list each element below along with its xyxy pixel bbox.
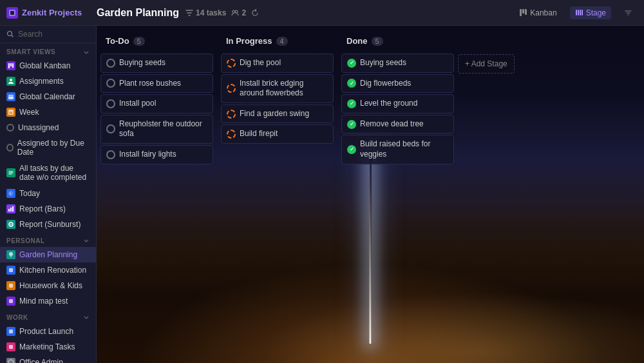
task-card[interactable]: Reupholster the outdoor sofa: [100, 115, 213, 144]
report-bars-label: Report (Bars): [19, 204, 66, 213]
svg-rect-21: [8, 209, 10, 211]
refresh-button[interactable]: [251, 9, 259, 17]
task-card[interactable]: Build firepit: [221, 124, 334, 144]
svg-rect-12: [8, 63, 10, 68]
all-tasks-icon: [6, 168, 15, 177]
housework-label: Housework & Kids: [19, 281, 82, 290]
assigned-icon: [6, 144, 14, 152]
svg-rect-14: [12, 63, 14, 68]
svg-rect-7: [576, 10, 577, 15]
kitchen-icon: [6, 266, 15, 275]
svg-rect-23: [12, 206, 14, 211]
search-bar[interactable]: Search: [0, 26, 96, 43]
sidebar-item-today[interactable]: T Today: [0, 186, 96, 201]
stage-view-button[interactable]: Stage: [570, 6, 611, 19]
work-section[interactable]: WORK: [0, 309, 96, 324]
svg-point-2: [232, 10, 235, 13]
add-stage-label: + Add Stage: [465, 59, 507, 68]
sidebar-item-report-sunburst[interactable]: Report (Sunburst): [0, 217, 96, 232]
topbar-right: Kanban Stage: [514, 6, 638, 19]
svg-point-26: [9, 252, 13, 256]
search-placeholder: Search: [18, 30, 43, 39]
task-text: Install brick edging around flowerbeds: [240, 79, 328, 99]
task-text: Install fairy lights: [119, 150, 176, 160]
sidebar-item-marketing-tasks[interactable]: Marketing Tasks: [0, 339, 96, 355]
marketing-icon: [6, 342, 15, 351]
svg-text:T: T: [10, 191, 12, 195]
kanban-icon: [6, 61, 15, 70]
smart-views-section[interactable]: SMART VIEWS: [0, 43, 96, 58]
task-status-icon: ✓: [347, 145, 356, 154]
task-text: Dig the pool: [240, 58, 281, 68]
svg-rect-27: [9, 268, 13, 272]
task-card[interactable]: ✓ Buying seeds: [341, 54, 454, 73]
sidebar-item-global-calendar[interactable]: Global Calendar: [0, 89, 96, 104]
sidebar-item-garden-planning[interactable]: Garden Planning: [0, 247, 96, 262]
task-card[interactable]: Plant rose bushes: [100, 74, 213, 93]
assignments-label: Assignments: [19, 77, 64, 86]
page-title-area: Garden Planning 14 tasks 2: [97, 7, 514, 19]
header-meta: 14 tasks 2: [185, 8, 259, 17]
sidebar-item-unassigned[interactable]: Unassigned: [0, 120, 96, 135]
office-admin-label: Office Admin: [19, 358, 63, 363]
marketing-label: Marketing Tasks: [19, 342, 75, 351]
personal-section[interactable]: PERSONAL: [0, 232, 96, 247]
filter-button[interactable]: 14 tasks: [185, 8, 226, 17]
sidebar-item-all-tasks-due[interactable]: All tasks by due date w/o completed: [0, 161, 96, 186]
task-text: Level the ground: [360, 99, 417, 109]
task-status-icon: [106, 124, 115, 133]
svg-rect-22: [10, 208, 12, 211]
task-card[interactable]: Buying seeds: [100, 54, 213, 73]
sidebar-item-kitchen-renovation[interactable]: Kitchen Renovation: [0, 262, 96, 278]
sidebar-item-week[interactable]: W Week: [0, 104, 96, 120]
work-label: WORK: [6, 314, 28, 321]
kanban-view-button[interactable]: Kanban: [514, 6, 562, 19]
report-bars-icon: [6, 204, 15, 213]
users-count: 2: [242, 8, 246, 17]
unassigned-icon: [6, 124, 14, 132]
task-status-icon: [227, 110, 236, 119]
task-card[interactable]: ✓ Level the ground: [341, 94, 454, 113]
sidebar-item-office-admin[interactable]: Office Admin: [0, 355, 96, 363]
sidebar-item-housework-kids[interactable]: Housework & Kids: [0, 278, 96, 293]
add-stage-button[interactable]: + Add Stage: [458, 54, 515, 74]
page-title: Garden Planning: [97, 7, 179, 19]
app-logo[interactable]: Zenkit Projects: [6, 7, 97, 19]
sidebar-item-report-bars[interactable]: Report (Bars): [0, 201, 96, 217]
task-card[interactable]: Install brick edging around flowerbeds: [221, 74, 334, 103]
column-todo-header: To-Do 5: [100, 32, 213, 50]
task-status-icon: [106, 150, 115, 159]
task-card[interactable]: Dig the pool: [221, 54, 334, 73]
svg-rect-13: [10, 63, 12, 66]
task-card[interactable]: Install pool: [100, 94, 213, 113]
task-card[interactable]: ✓ Build raised beds for veggies: [341, 135, 454, 164]
sidebar-item-global-kanban[interactable]: Global Kanban: [0, 58, 96, 74]
week-icon: W: [6, 108, 15, 117]
task-card[interactable]: ✓ Remove dead tree: [341, 115, 454, 134]
task-status-icon: [106, 99, 115, 108]
svg-point-25: [10, 224, 12, 225]
task-card[interactable]: Install fairy lights: [100, 145, 213, 164]
kanban-label: Kanban: [530, 8, 556, 17]
users-button[interactable]: 2: [231, 8, 246, 17]
task-card[interactable]: Find a garden swing: [221, 104, 334, 124]
task-text: Install pool: [119, 99, 156, 109]
sidebar-item-product-launch[interactable]: Product Launch: [0, 324, 96, 339]
task-status-icon: [106, 79, 115, 88]
sidebar-item-mind-map[interactable]: Mind map test: [0, 293, 96, 309]
unassigned-label: Unassigned: [18, 123, 59, 132]
sort-button[interactable]: [619, 6, 638, 19]
task-text: Reupholster the outdoor sofa: [119, 119, 207, 139]
sidebar-item-assigned-by-due[interactable]: Assigned to by Due Date: [0, 135, 96, 161]
task-text: Find a garden swing: [240, 109, 309, 119]
logo-icon: [6, 7, 18, 19]
task-status-icon: [227, 84, 236, 93]
column-inprogress-header: In Progress 4: [221, 32, 334, 50]
mind-map-label: Mind map test: [19, 297, 68, 306]
global-calendar-label: Global Calendar: [19, 92, 75, 101]
task-card[interactable]: ✓ Dig flowerbeds: [341, 74, 454, 93]
svg-rect-31: [9, 345, 13, 349]
svg-rect-29: [9, 299, 13, 303]
task-status-icon: ✓: [347, 99, 356, 108]
sidebar-item-assignments[interactable]: Assignments: [0, 74, 96, 89]
